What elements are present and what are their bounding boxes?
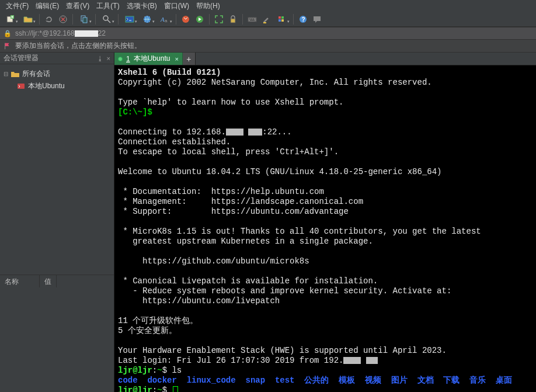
fullscreen-icon [214,15,224,24]
separator [293,14,294,25]
menu-window[interactable]: 窗口(W) [161,1,193,12]
svg-rect-16 [253,19,254,19]
pin-icon[interactable]: ⭳ [97,55,103,62]
svg-rect-4 [83,18,87,23]
svg-point-5 [103,16,108,20]
prop-col-name[interactable]: 名称 [0,275,40,287]
separator [72,14,73,25]
menu-tools[interactable]: 工具(T) [93,1,123,12]
new-session-button[interactable] [2,13,19,26]
font-icon: Aa [160,15,169,24]
tab-index: 1 [126,55,130,63]
copy-button[interactable] [76,13,92,26]
tree-session-item[interactable]: 本地Ubuntu [2,80,112,92]
menu-tabs[interactable]: 选项卡(B) [123,1,161,12]
font-button[interactable]: Aa [156,13,173,26]
open-button[interactable] [20,13,36,26]
tab-bar: 1 本地Ubuntu × + [114,53,536,65]
new-session-icon [6,15,15,24]
disconnect-button[interactable] [57,13,69,26]
tree-root-label: 所有会话 [22,69,50,79]
separator [39,14,40,25]
terminal-icon [125,15,134,24]
globe-icon [142,15,152,24]
toolbar: Aa ? [0,12,536,27]
disconnect-icon [58,15,68,24]
svg-rect-14 [249,19,250,19]
lock-glyph-icon: 🔒 [4,30,12,37]
menu-view[interactable]: 查看(V) [62,1,93,12]
copy-icon [79,15,89,24]
svg-text:a: a [165,18,168,23]
help-icon: ? [298,15,308,24]
tree-session-label: 本地Ubuntu [28,81,65,91]
keyboard-button[interactable] [246,13,259,26]
reconnect-icon [44,15,54,24]
highlight-button[interactable] [260,13,273,26]
session-icon [16,82,26,91]
svg-text:A: A [160,16,165,23]
help-button[interactable]: ? [297,13,309,26]
svg-rect-18 [279,16,281,19]
svg-rect-19 [281,16,284,19]
close-panel-icon[interactable]: × [107,55,110,62]
menu-bar: 文件(F) 编辑(E) 查看(V) 工具(T) 选项卡(B) 窗口(W) 帮助(… [0,0,536,12]
properties-body [0,287,114,392]
highlight-icon [262,15,271,24]
palette-button[interactable] [274,13,290,26]
globe-button[interactable] [139,13,155,26]
flag-icon[interactable] [4,42,12,50]
properties-header: 名称 值 [0,275,114,287]
session-manager-header: 会话管理器 ⭳ × [0,53,114,64]
svg-rect-13 [248,18,256,22]
script-run-button[interactable] [193,13,206,26]
tab-close-icon[interactable]: × [173,55,178,63]
session-tree[interactable]: ⊟ 所有会话 本地Ubuntu [0,64,114,275]
script-stop-icon [181,15,190,24]
tab-session-1[interactable]: 1 本地Ubuntu × [114,53,183,65]
svg-rect-15 [251,19,252,19]
svg-text:?: ? [302,16,305,23]
terminal-button[interactable] [121,13,138,26]
svg-rect-24 [18,84,25,89]
add-tab-button[interactable]: + [183,53,196,65]
lock-button[interactable] [227,13,239,26]
separator [176,14,176,25]
menu-file[interactable]: 文件(F) [2,1,32,12]
tab-label: 本地Ubuntu [134,54,170,64]
prop-col-value[interactable]: 值 [40,275,57,287]
address-text: ssh://ljr:*@192.16822 [15,29,106,37]
chat-button[interactable] [311,13,323,26]
tree-root[interactable]: ⊟ 所有会话 [2,68,112,80]
reconnect-button[interactable] [43,13,55,26]
open-icon [23,15,33,24]
info-bar: 要添加当前会话，点击左侧的箭头按钮。 [0,40,536,53]
caret-icon[interactable]: ⊟ [4,71,8,77]
session-manager-title: 会话管理器 [4,53,39,63]
keyboard-icon [248,15,257,24]
script-stop-button[interactable] [179,13,192,26]
folder-icon [11,70,20,79]
separator [118,14,119,25]
redacted-ip [75,30,98,37]
svg-rect-12 [231,19,235,23]
address-bar[interactable]: 🔒 ssh://ljr:*@192.16822 [0,27,536,40]
separator [95,14,96,25]
session-manager-panel: 会话管理器 ⭳ × ⊟ 所有会话 本地Ubuntu 名称 值 [0,53,114,392]
script-run-icon [195,15,204,24]
separator [209,14,210,25]
find-icon [102,15,112,24]
separator [242,14,243,25]
terminal-output[interactable]: Xshell 6 (Build 0121) Copyright (c) 2002… [114,65,536,392]
svg-rect-20 [279,19,281,22]
svg-rect-17 [250,20,255,20]
palette-icon [277,15,287,24]
find-button[interactable] [99,13,115,26]
menu-help[interactable]: 帮助(H) [193,1,224,12]
terminal-panel: 1 本地Ubuntu × + Xshell 6 (Build 0121) Cop… [114,53,536,392]
lock-icon [228,15,238,24]
menu-edit[interactable]: 编辑(E) [32,1,62,12]
info-text: 要添加当前会话，点击左侧的箭头按钮。 [15,41,141,51]
terminal-cursor [173,386,178,392]
fullscreen-button[interactable] [213,13,225,26]
